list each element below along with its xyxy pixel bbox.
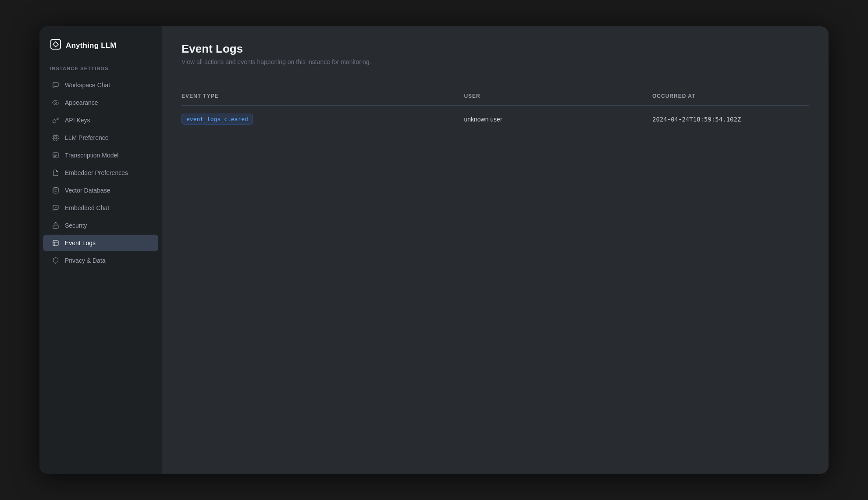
page-title: Event Logs (181, 42, 809, 56)
sidebar-item-label: Embedder Preferences (65, 169, 128, 176)
transcription-icon (52, 151, 60, 159)
svg-rect-19 (53, 240, 58, 246)
sidebar-item-api-keys[interactable]: API Keys (43, 112, 158, 129)
logo-text: Anything LLM (66, 41, 117, 50)
logo-area: Anything LLM (39, 39, 162, 66)
sidebar-item-label: Appearance (65, 99, 98, 106)
user-cell: unknown user (464, 106, 652, 133)
sidebar-item-label: API Keys (65, 117, 90, 124)
svg-point-1 (55, 102, 57, 104)
key-icon (52, 116, 60, 124)
sidebar-item-label: Privacy & Data (65, 257, 106, 264)
eye-icon (52, 99, 60, 107)
col-header-user: USER (464, 89, 652, 106)
logo-icon (50, 39, 61, 53)
sidebar-item-label: Event Logs (65, 239, 96, 246)
table-row: event_logs_cleared unknown user 2024-04-… (181, 106, 809, 133)
sidebar-item-vector-database[interactable]: Vector Database (43, 182, 158, 199)
col-header-event-type: EVENT TYPE (181, 89, 464, 106)
page-header: Event Logs View all actions and events h… (162, 26, 829, 76)
sidebar: Anything LLM INSTANCE SETTINGS Workspace… (39, 26, 162, 474)
sidebar-item-workspace-chat[interactable]: Workspace Chat (43, 77, 158, 93)
col-header-occurred-at: OCCURRED AT (652, 89, 809, 106)
svg-rect-2 (53, 136, 58, 140)
sidebar-item-label: Transcription Model (65, 152, 118, 159)
section-label: INSTANCE SETTINGS (39, 66, 162, 76)
sidebar-item-appearance[interactable]: Appearance (43, 94, 158, 111)
sidebar-item-privacy-data[interactable]: Privacy & Data (43, 252, 158, 269)
chat-icon (52, 81, 60, 89)
event-logs-table: EVENT TYPE USER OCCURRED AT event_logs_c… (181, 89, 809, 133)
sidebar-item-label: Workspace Chat (65, 82, 110, 89)
page-subtitle: View all actions and events happening on… (181, 58, 809, 65)
table-header-row: EVENT TYPE USER OCCURRED AT (181, 89, 809, 106)
main-content: Event Logs View all actions and events h… (162, 26, 829, 474)
sidebar-item-label: Security (65, 222, 87, 229)
sidebar-item-transcription-model[interactable]: Transcription Model (43, 147, 158, 164)
sidebar-item-embedded-chat[interactable]: Embedded Chat (43, 200, 158, 216)
sidebar-item-label: Vector Database (65, 187, 110, 194)
sidebar-item-embedder-preferences[interactable]: Embedder Preferences (43, 164, 158, 181)
sidebar-item-label: Embedded Chat (65, 204, 109, 211)
svg-rect-3 (55, 137, 57, 139)
table-header: EVENT TYPE USER OCCURRED AT (181, 89, 809, 106)
event-type-badge: event_logs_cleared (181, 114, 253, 125)
sidebar-item-event-logs[interactable]: Event Logs (43, 235, 158, 251)
sidebar-item-security[interactable]: Security (43, 217, 158, 234)
svg-point-16 (53, 187, 58, 189)
svg-rect-18 (53, 225, 58, 228)
cpu-icon (52, 134, 60, 142)
sidebar-item-label: LLM Preference (65, 134, 109, 141)
table-container: EVENT TYPE USER OCCURRED AT event_logs_c… (162, 76, 829, 474)
embedded-chat-icon (52, 204, 60, 212)
embedder-icon (52, 169, 60, 177)
log-icon (52, 239, 60, 247)
lock-icon (52, 221, 60, 229)
table-body: event_logs_cleared unknown user 2024-04-… (181, 106, 809, 133)
database-icon (52, 186, 60, 194)
svg-rect-0 (51, 39, 60, 49)
event-type-cell: event_logs_cleared (181, 106, 464, 133)
app-container: Anything LLM INSTANCE SETTINGS Workspace… (39, 26, 829, 474)
sidebar-item-llm-preference[interactable]: LLM Preference (43, 129, 158, 146)
occurred-at-cell: 2024-04-24T18:59:54.102Z (652, 106, 809, 133)
privacy-icon (52, 257, 60, 264)
